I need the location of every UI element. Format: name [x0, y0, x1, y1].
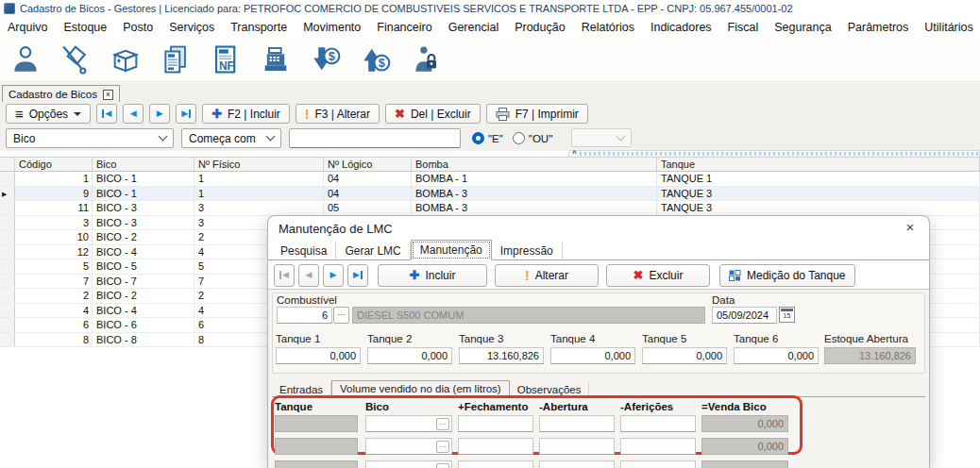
calendar-icon[interactable]: 15 — [779, 307, 795, 323]
grid-row[interactable]: 11 BICO - 3 3 05 BOMBA - 3 TANQUE 3 — [0, 201, 980, 216]
vrow-bico-field[interactable]: ··· — [365, 460, 452, 468]
incluir-button[interactable]: ✚ F2 | Incluir — [202, 104, 290, 124]
chevron-down-icon — [266, 132, 276, 142]
hamburger-icon: ≡ — [15, 109, 24, 120]
tank-value-field[interactable]: 13.160,826 — [459, 347, 544, 364]
menu-item[interactable]: Posto — [123, 21, 153, 34]
vrow-abertura-field[interactable] — [539, 415, 615, 432]
dialog-subtab[interactable]: Volume vendido no dia (em litros) — [331, 380, 510, 397]
menu-item[interactable]: Serviços — [169, 21, 214, 34]
dialog-tab[interactable]: Pesquisa — [272, 242, 336, 260]
menu-item[interactable]: Transporte — [230, 21, 287, 34]
options-button[interactable]: ≡ Opções — [6, 104, 91, 124]
tab-close-icon[interactable]: × — [103, 90, 113, 100]
tank-item: Tanque 1 0,000 — [276, 333, 361, 364]
vrow-bico-field[interactable]: ··· — [365, 415, 452, 432]
col-header-codigo[interactable]: Código — [15, 158, 93, 171]
tank-value-field[interactable]: 0,000 — [550, 347, 635, 364]
menu-item[interactable]: Utilitários — [924, 21, 972, 34]
col-header-bomba[interactable]: Bomba — [412, 158, 657, 171]
col-header-logico[interactable]: Nº Lógico — [324, 158, 412, 171]
grid-row[interactable]: 1 BICO - 1 1 04 BOMBA - 1 TANQUE 1 — [0, 172, 980, 187]
dialog-subtab[interactable]: Observações — [510, 382, 590, 397]
dlg-incluir-button[interactable]: ✚ Incluir — [378, 264, 487, 287]
vrow-bico-field[interactable]: ··· — [365, 438, 452, 455]
bico-lookup-button[interactable]: ··· — [436, 441, 449, 453]
search-field-select[interactable]: Bico — [6, 128, 174, 148]
tank-value-field[interactable]: 0,000 — [734, 347, 819, 364]
cash-register-icon[interactable] — [258, 42, 294, 76]
dialog-tab[interactable]: Impressão — [492, 242, 563, 260]
main-toolbar: NF $ $ — [0, 38, 980, 82]
col-header-bico[interactable]: Bico — [93, 158, 194, 171]
window-titlebar: Cadastro de Bicos - Gestores | Licenciad… — [0, 0, 980, 17]
menu-item[interactable]: Gerencial — [448, 21, 499, 34]
menu-item[interactable]: Relatórios — [582, 21, 634, 34]
combustivel-code-field[interactable]: 6 — [277, 307, 332, 324]
tab-cadastro-de-bicos[interactable]: Cadastro de Bicos × — [2, 85, 120, 103]
col-header-fisico[interactable]: Nº Físico — [194, 158, 324, 171]
dlg-first-record-button[interactable]: ◀ — [274, 264, 295, 287]
menu-item[interactable]: Produção — [515, 21, 566, 34]
col-header-tanque[interactable]: Tanque — [657, 158, 980, 171]
dlg-excluir-button[interactable]: ✖ Excluir — [606, 264, 710, 287]
product-box-icon[interactable] — [108, 42, 144, 76]
next-record-button[interactable]: ▶ — [149, 104, 170, 124]
dlg-next-record-button[interactable]: ▶ — [323, 264, 344, 287]
first-record-button[interactable]: ◀ — [96, 104, 117, 124]
row-selector — [0, 216, 15, 230]
money-up-icon[interactable]: $ — [358, 42, 394, 76]
dialog-tab[interactable]: Gerar LMC — [336, 242, 410, 260]
bico-lookup-button[interactable]: ··· — [436, 463, 449, 468]
menu-item[interactable]: Arquivo — [8, 21, 47, 34]
vcol-afericoes: -Aferições — [620, 401, 696, 412]
menu-item[interactable]: Segurança — [774, 21, 831, 34]
excluir-button[interactable]: ✖ Del | Excluir — [385, 104, 481, 124]
data-field[interactable]: 05/09/2024 — [712, 307, 777, 324]
invoice-icon[interactable] — [158, 42, 194, 76]
grid-row[interactable]: 9 BICO - 1 1 04 BOMBA - 3 TANQUE 3 — [0, 187, 980, 202]
menu-item[interactable]: Estoque — [63, 21, 107, 34]
dlg-medicao-button[interactable]: Medição do Tanque — [719, 264, 855, 287]
menu-item[interactable]: Movimento — [303, 21, 361, 34]
dlg-prev-record-button[interactable]: ◀ — [298, 264, 319, 287]
tank-value-field[interactable]: 0,000 — [276, 347, 361, 364]
dialog-tab[interactable]: Manutenção — [411, 240, 492, 260]
prev-record-button[interactable]: ◀ — [123, 104, 144, 124]
money-down-icon[interactable]: $ — [308, 42, 344, 76]
imprimir-button[interactable]: F7 | Imprimir — [486, 104, 588, 124]
vrow-fechamento-field[interactable] — [458, 460, 533, 468]
nota-fiscal-icon[interactable]: NF — [208, 42, 244, 76]
vrow-fechamento-field[interactable] — [458, 438, 533, 455]
stock-trolley-icon[interactable] — [58, 42, 93, 76]
menu-item[interactable]: Parâmetros — [848, 21, 909, 34]
alterar-button[interactable]: ! F3 | Alterar — [296, 104, 380, 124]
bico-lookup-button[interactable]: ··· — [436, 418, 449, 430]
menu-item[interactable]: Financeiro — [377, 21, 431, 34]
radio-ou[interactable] — [513, 132, 525, 144]
dialog-titlebar: Manutenção de LMC × — [268, 216, 929, 240]
dialog-close-icon[interactable]: × — [902, 219, 919, 235]
tank-value-field[interactable]: 0,000 — [642, 347, 727, 364]
vrow-afericoes-field[interactable] — [620, 438, 696, 455]
last-record-button[interactable]: ▶ — [176, 104, 196, 124]
combustivel-lookup-button[interactable]: ··· — [333, 307, 349, 324]
menu-item[interactable]: Indicadores — [651, 21, 712, 34]
vrow-abertura-field[interactable] — [539, 460, 615, 468]
row-selector — [0, 304, 15, 318]
search-operator-select[interactable]: Começa com — [181, 128, 281, 148]
tank-value-field[interactable]: 0,000 — [367, 347, 452, 364]
vrow-afericoes-field[interactable] — [620, 415, 696, 432]
dlg-last-record-button[interactable]: ▶ — [347, 264, 368, 287]
radio-e[interactable] — [472, 132, 484, 144]
vrow-abertura-field[interactable] — [539, 438, 615, 455]
menu-item[interactable]: Fiscal — [728, 21, 759, 34]
user-lock-icon[interactable] — [408, 42, 444, 76]
vrow-fechamento-field[interactable] — [458, 415, 533, 432]
dialog-subtab[interactable]: Entradas — [272, 382, 331, 397]
search-input[interactable] — [289, 128, 461, 148]
dlg-alterar-button[interactable]: ! Alterar — [495, 264, 599, 287]
vcol-abertura: -Abertura — [539, 401, 615, 412]
vrow-afericoes-field[interactable] — [620, 460, 696, 468]
customer-icon[interactable] — [8, 42, 43, 76]
